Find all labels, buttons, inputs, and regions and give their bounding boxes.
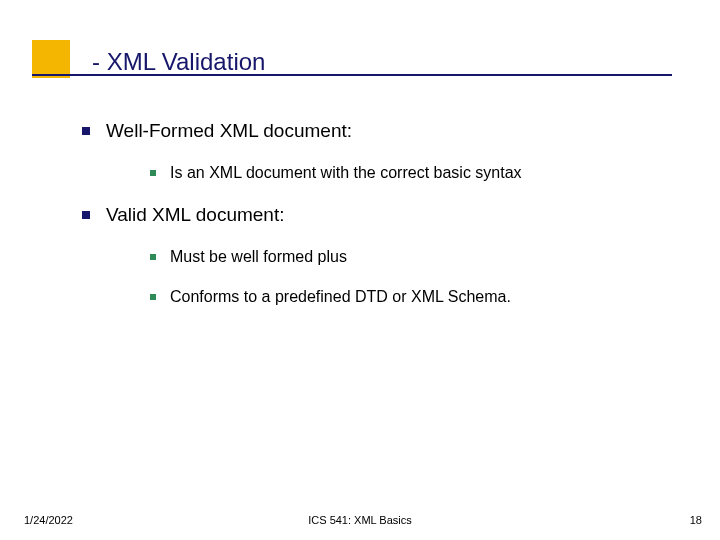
square-bullet-icon xyxy=(150,294,156,300)
bullet-text: Well-Formed XML document: xyxy=(106,120,352,141)
title-accent-square xyxy=(32,40,70,78)
square-bullet-icon xyxy=(82,127,90,135)
bullet-level1: Valid XML document: Must be well formed … xyxy=(82,204,682,306)
bullet-text: Is an XML document with the correct basi… xyxy=(170,164,522,181)
footer-page-number: 18 xyxy=(690,514,702,526)
slide: - XML Validation Well-Formed XML documen… xyxy=(0,0,720,540)
bullet-level2: Conforms to a predefined DTD or XML Sche… xyxy=(150,288,682,306)
bullet-level1: Well-Formed XML document: Is an XML docu… xyxy=(82,120,682,182)
slide-title: - XML Validation xyxy=(92,48,265,76)
bullet-level2: Must be well formed plus xyxy=(150,248,682,266)
bullet-text: Valid XML document: xyxy=(106,204,284,225)
bullet-level2: Is an XML document with the correct basi… xyxy=(150,164,682,182)
square-bullet-icon xyxy=(82,211,90,219)
content-area: Well-Formed XML document: Is an XML docu… xyxy=(82,120,682,328)
square-bullet-icon xyxy=(150,254,156,260)
bullet-text: Conforms to a predefined DTD or XML Sche… xyxy=(170,288,511,305)
bullet-text: Must be well formed plus xyxy=(170,248,347,265)
footer-title: ICS 541: XML Basics xyxy=(0,514,720,526)
square-bullet-icon xyxy=(150,170,156,176)
